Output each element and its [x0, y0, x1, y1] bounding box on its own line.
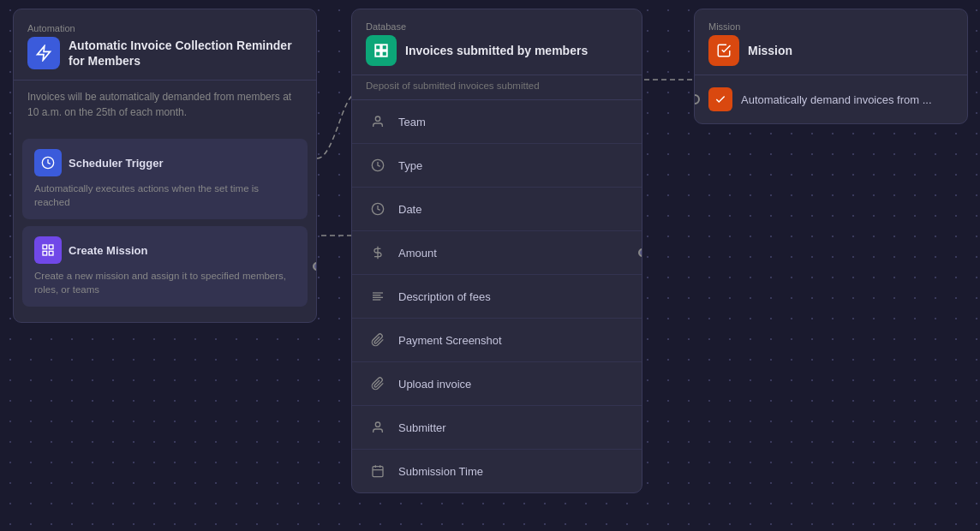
database-subtitle: Deposit of submitted invoices submitted — [352, 75, 642, 100]
svg-rect-5 — [43, 252, 47, 256]
create-mission-icon — [34, 236, 62, 264]
upload-invoice-label: Upload invoice — [398, 378, 471, 391]
field-submission-time: Submission Time — [352, 450, 642, 492]
scheduler-description: Automatically executes actions when the … — [34, 182, 296, 209]
create-mission-connector-dot — [313, 262, 317, 271]
automation-title: Automatic Invoice Collection Reminder fo… — [69, 38, 302, 69]
submission-time-label: Submission Time — [398, 465, 483, 478]
mission-title: Mission — [748, 43, 792, 58]
svg-rect-6 — [49, 252, 53, 256]
team-icon — [366, 110, 390, 134]
amount-label: Amount — [398, 247, 437, 260]
automation-description: Invoices will be automatically demanded … — [14, 81, 316, 132]
database-icon — [366, 35, 397, 66]
mission-action-text: Automatically demand invoices from ... — [741, 93, 932, 106]
svg-rect-8 — [382, 45, 387, 50]
payment-screenshot-icon — [366, 328, 390, 352]
mission-action-row: Automatically demand invoices from ... — [695, 75, 967, 123]
type-label: Type — [398, 159, 422, 172]
svg-rect-10 — [382, 51, 387, 57]
svg-point-19 — [375, 422, 379, 427]
svg-rect-7 — [375, 45, 380, 50]
submitter-icon — [366, 415, 390, 439]
field-upload-invoice: Upload invoice — [352, 362, 642, 406]
scheduler-title: Scheduler Trigger — [69, 157, 164, 170]
automation-label: Automation — [27, 23, 302, 33]
create-mission-title: Create Mission — [69, 244, 147, 257]
create-mission-item[interactable]: Create Mission Create a new mission and … — [22, 226, 308, 307]
mission-label: Mission — [708, 21, 953, 32]
scheduler-trigger-item[interactable]: Scheduler Trigger Automatically executes… — [22, 139, 308, 219]
database-title: Invoices submitted by members — [405, 43, 588, 58]
field-type: Type — [352, 144, 642, 188]
svg-rect-20 — [373, 467, 383, 477]
type-icon — [366, 153, 390, 177]
svg-point-11 — [375, 116, 379, 121]
create-mission-description: Create a new mission and assign it to sp… — [34, 269, 296, 296]
svg-rect-3 — [43, 245, 47, 249]
automation-card: Automation Automatic Invoice Collection … — [13, 9, 317, 323]
field-submitter: Submitter — [352, 406, 642, 450]
field-team: Team — [352, 100, 642, 144]
field-date: Date — [352, 188, 642, 231]
svg-rect-9 — [375, 51, 380, 57]
field-amount: Amount — [352, 231, 642, 275]
field-description: Description of fees — [352, 275, 642, 319]
mission-connector-node — [694, 94, 700, 104]
description-label: Description of fees — [398, 290, 491, 303]
field-payment-screenshot: Payment Screenshot — [352, 319, 642, 362]
svg-rect-4 — [49, 245, 53, 249]
amount-connector-dot — [638, 248, 642, 257]
date-icon — [366, 197, 390, 221]
payment-screenshot-label: Payment Screenshot — [398, 334, 502, 347]
team-label: Team — [398, 116, 426, 128]
amount-icon — [366, 241, 390, 265]
mission-action-icon — [708, 87, 732, 111]
automation-icon — [27, 37, 60, 69]
database-card: Database Invoices submitted by members D… — [351, 9, 642, 493]
upload-invoice-icon — [366, 372, 390, 396]
submission-time-icon — [366, 459, 390, 483]
date-label: Date — [398, 203, 421, 216]
mission-card: Mission Mission Automatically demand inv… — [694, 9, 968, 124]
mission-icon — [708, 35, 739, 66]
database-label: Database — [366, 21, 628, 32]
submitter-label: Submitter — [398, 421, 446, 434]
scheduler-icon — [34, 149, 62, 176]
description-icon — [366, 284, 390, 308]
